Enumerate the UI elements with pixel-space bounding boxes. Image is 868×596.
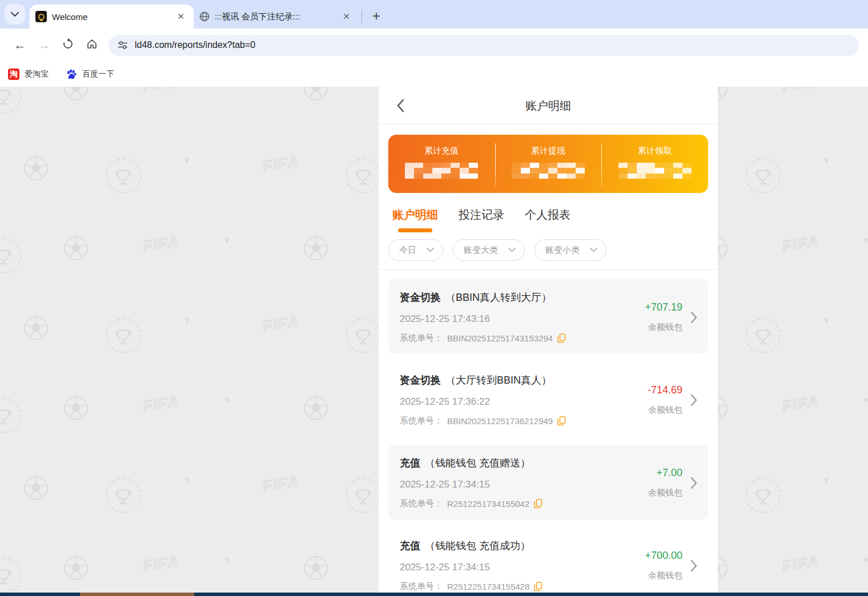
masked-value	[512, 163, 585, 179]
tab-title: Welcome	[52, 12, 170, 22]
chevron-down-icon	[427, 248, 434, 252]
bookmarks-bar: 淘 爱淘宝 百度一下	[0, 62, 868, 87]
summary-divider	[601, 143, 602, 188]
transaction-type: 资金切换	[400, 292, 441, 303]
tab-welcome[interactable]: Welcome ✕	[30, 5, 194, 29]
back-button[interactable]	[396, 98, 405, 115]
browser-toolbar: ← → ld48.com/reports/index?tab=0	[0, 29, 868, 62]
transaction-datetime: 2025-12-25 17:34:15	[400, 479, 648, 490]
chevron-right-icon	[690, 310, 698, 325]
globe-icon	[199, 11, 210, 22]
page-content: FIFA▼▼FIFAFIFA▼▼FIFAFIFA▼▼FIFAFIFA▼▼FIFA…	[0, 87, 868, 596]
reload-button[interactable]	[56, 38, 80, 53]
chevron-down-icon	[590, 248, 597, 252]
transaction-datetime: 2025-12-25 17:34:15	[400, 562, 645, 573]
copy-icon[interactable]	[534, 582, 542, 591]
page-title: 账户明细	[379, 87, 718, 124]
order-number-label: 系统单号：	[400, 333, 443, 344]
copy-icon[interactable]	[534, 499, 542, 509]
site-settings-icon	[118, 41, 128, 50]
back-navigation-button[interactable]: ←	[8, 38, 32, 52]
summary-label: 累计提现	[495, 146, 602, 156]
bottom-cutoff-bar	[0, 593, 868, 596]
active-tab-underline	[398, 228, 433, 232]
copy-icon[interactable]	[557, 333, 566, 343]
filter-label: 今日	[399, 245, 416, 256]
transaction-subtitle: （钱能钱包 充值成功）	[425, 540, 531, 551]
filter-minor-category-dropdown[interactable]: 账变小类	[535, 239, 606, 261]
chevron-right-icon	[690, 393, 698, 408]
filter-label: 账变小类	[545, 245, 580, 256]
tab-search-button[interactable]	[5, 4, 25, 25]
chevron-down-icon	[11, 12, 19, 17]
chevron-down-icon	[508, 248, 516, 252]
summary-total-withdraw: 累计提现	[495, 135, 602, 193]
tab-label: 投注记录	[459, 208, 504, 221]
tab-betting-records[interactable]: :::视讯 会员下注纪录::: ✕	[194, 5, 359, 29]
transaction-title: 资金切换（BBIN真人转到大厅）	[400, 291, 645, 304]
tab-bet-records[interactable]: 投注记录	[459, 207, 504, 232]
transaction-subtitle: （钱能钱包 充值赠送）	[425, 457, 531, 469]
filter-major-category-dropdown[interactable]: 账变大类	[453, 239, 525, 261]
masked-value	[618, 163, 692, 179]
home-icon	[86, 38, 98, 50]
transaction-title: 资金切换（大厅转到BBIN真人）	[400, 373, 648, 387]
masked-value	[405, 163, 478, 179]
reload-icon	[62, 38, 74, 50]
bookmark-baidu[interactable]: 百度一下	[66, 69, 114, 80]
transaction-amount: -714.69	[648, 384, 682, 396]
order-number-label: 系统单号：	[400, 581, 443, 592]
transaction-subtitle: （大厅转到BBIN真人）	[445, 374, 552, 386]
order-number-label: 系统单号：	[400, 498, 443, 509]
transaction-title: 充值（钱能钱包 充值赠送）	[400, 456, 648, 470]
copy-icon[interactable]	[557, 416, 566, 426]
baidu-paw-icon	[66, 69, 77, 80]
chevron-left-icon	[396, 98, 405, 113]
order-number-value: R2512251734155428	[447, 582, 529, 591]
tab-strip: Welcome ✕ :::视讯 会员下注纪录::: ✕ +	[0, 0, 868, 29]
summary-label: 累计充值	[388, 146, 495, 156]
transaction-row[interactable]: 资金切换（大厅转到BBIN真人） 2025-12-25 17:36:22 系统单…	[388, 362, 708, 437]
transaction-row[interactable]: 充值（钱能钱包 充值赠送） 2025-12-25 17:34:15 系统单号： …	[388, 445, 708, 520]
order-number-value: BBIN202512251743153294	[447, 333, 553, 343]
tab-account-detail[interactable]: 账户明细	[392, 207, 438, 232]
wallet-type: 余额钱包	[648, 570, 682, 581]
home-button[interactable]	[80, 38, 104, 53]
url-text: ld48.com/reports/index?tab=0	[135, 40, 255, 50]
transaction-row[interactable]: 充值（钱能钱包 充值成功） 2025-12-25 17:34:15 系统单号： …	[388, 527, 708, 596]
transaction-type: 资金切换	[400, 374, 441, 386]
filter-row: 今日 账变大类 账变小类	[379, 232, 718, 270]
new-tab-button[interactable]: +	[368, 9, 385, 23]
transaction-datetime: 2025-12-25 17:36:22	[400, 396, 648, 408]
wallet-type: 余额钱包	[648, 405, 682, 416]
filter-date-dropdown[interactable]: 今日	[388, 239, 443, 261]
close-icon[interactable]: ✕	[175, 10, 187, 23]
close-icon[interactable]: ✕	[340, 10, 352, 23]
bookmark-label: 爱淘宝	[25, 69, 49, 79]
bookmark-taobao[interactable]: 淘 爱淘宝	[8, 69, 49, 80]
order-number-label: 系统单号：	[400, 416, 443, 426]
summary-label: 累计领取	[601, 146, 708, 156]
summary-card: 累计充值 累计提现 累计领取	[388, 135, 708, 193]
transaction-row[interactable]: 资金切换（BBIN真人转到大厅） 2025-12-25 17:43:16 系统单…	[388, 279, 708, 354]
url-bar[interactable]: ld48.com/reports/index?tab=0	[108, 35, 859, 56]
tab-label: 个人报表	[525, 208, 570, 221]
forward-navigation-button[interactable]: →	[32, 38, 56, 52]
transaction-datetime: 2025-12-25 17:43:16	[400, 313, 645, 325]
transaction-subtitle: （BBIN真人转到大厅）	[445, 292, 552, 303]
transaction-list: 资金切换（BBIN真人转到大厅） 2025-12-25 17:43:16 系统单…	[379, 270, 718, 596]
summary-total-deposit: 累计充值	[388, 135, 495, 193]
filter-label: 账变大类	[464, 245, 498, 256]
summary-divider	[495, 143, 496, 188]
tab-title: :::视讯 会员下注纪录:::	[215, 11, 335, 22]
order-number-value: R2512251734155042	[447, 499, 529, 509]
transaction-amount: +700.00	[645, 550, 682, 562]
site-favicon	[35, 11, 47, 22]
wallet-type: 余额钱包	[648, 488, 682, 498]
chevron-right-icon	[690, 558, 698, 573]
account-detail-panel: 账户明细 累计充值 累计提现 累计领取	[379, 87, 718, 596]
transaction-amount: +7.00	[656, 467, 682, 479]
tab-personal-report[interactable]: 个人报表	[525, 207, 570, 232]
bookmark-label: 百度一下	[82, 69, 114, 79]
order-number-value: BBIN202512251736212949	[447, 416, 553, 426]
